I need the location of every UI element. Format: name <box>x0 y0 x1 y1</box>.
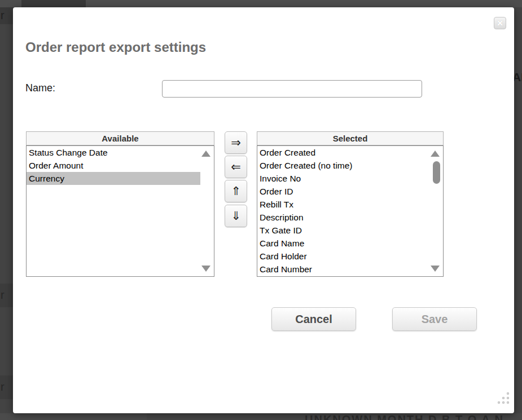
scroll-down-icon[interactable] <box>431 266 440 272</box>
name-input[interactable] <box>162 80 422 98</box>
scroll-down-icon[interactable] <box>201 266 210 272</box>
selected-item[interactable]: Tx Gate ID <box>257 224 429 237</box>
selected-item[interactable]: Rebill Tx <box>257 198 429 211</box>
selected-item[interactable]: Order Created <box>257 146 429 159</box>
selected-item[interactable]: Card Number <box>257 263 429 276</box>
available-item[interactable]: Order Amount <box>27 159 200 172</box>
name-label: Name: <box>25 82 55 94</box>
background-bottom-text: UNKNOWN MONTH D B T O A N <box>305 413 522 420</box>
dialog-title: Order report export settings <box>25 39 206 55</box>
available-item[interactable]: Currency <box>27 172 200 185</box>
export-settings-dialog: ✕ Order report export settings Name: Ava… <box>13 7 514 413</box>
background-tab-fragment <box>21 0 86 7</box>
move-down-button[interactable]: ⇓ <box>225 205 247 227</box>
background-row-fragment: r <box>0 375 13 399</box>
selected-item[interactable]: Invoice No <box>257 172 429 185</box>
available-list[interactable]: Status Change Date Order Amount Currency <box>26 145 214 277</box>
close-icon[interactable]: ✕ <box>494 17 506 29</box>
scrollbar-thumb[interactable] <box>433 161 440 184</box>
save-button[interactable]: Save <box>392 307 477 331</box>
selected-item[interactable]: Order ID <box>257 185 429 198</box>
move-left-button[interactable]: ⇐ <box>225 156 247 178</box>
scroll-up-icon[interactable] <box>201 151 210 157</box>
available-item[interactable]: Status Change Date <box>27 146 200 159</box>
selected-item[interactable]: Order Created (no time) <box>257 159 429 172</box>
available-list-header: Available <box>26 131 214 145</box>
move-right-button[interactable]: ⇒ <box>225 131 247 154</box>
selected-item[interactable]: Card Name <box>257 237 429 250</box>
selected-list[interactable]: Order Created Order Created (no time) In… <box>257 145 444 277</box>
scroll-up-icon[interactable] <box>431 151 440 157</box>
selected-list-header: Selected <box>257 131 444 145</box>
resize-grip-icon[interactable] <box>494 392 509 405</box>
background-bottom-strip: UNKNOWN MONTH D B T O A N <box>0 413 522 420</box>
background-row-fragment: r <box>0 284 13 307</box>
background-bottom-block <box>0 413 147 420</box>
selected-item[interactable]: Description <box>257 211 429 224</box>
cancel-button[interactable]: Cancel <box>271 307 356 331</box>
move-up-button[interactable]: ⇑ <box>225 180 247 202</box>
selected-item[interactable]: Card Holder <box>257 250 429 263</box>
